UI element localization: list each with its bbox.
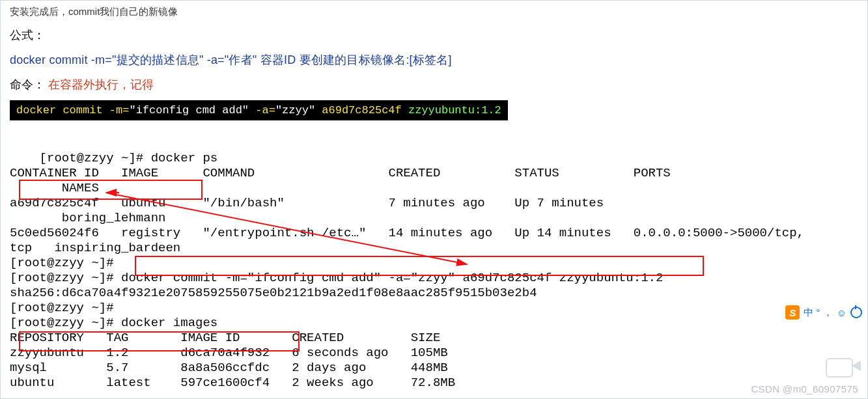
cmd-label: 命令： [10,78,45,91]
formula-line: docker commit -m="提交的描述信息" -a="作者" 容器ID … [10,52,862,68]
ime-status-text: 中 ° ， [804,307,832,319]
ime-toolbar[interactable]: S 中 ° ， ☺ [785,305,862,320]
cmd-line: 命令： 在容器外执行，记得 [10,77,862,92]
page: 安装完成后，commit我们自己的新镜像 公式： docker commit -… [0,0,868,399]
watermark-text: CSDN @m0_60907575 [751,383,858,394]
camcorder-icon [826,354,861,376]
cmd-seg-6: zzyyubuntu:1.2 [408,104,501,117]
cmd-seg-1: docker commit -m= [16,104,129,117]
intro-note: 安装完成后，commit我们自己的新镜像 [10,6,862,18]
cmd-seg-2: "ifconfig cmd add" [129,104,249,117]
formula-label: 公式： [10,27,862,43]
sogou-ime-icon[interactable]: S [785,305,800,320]
cmd-note-red: 在容器外执行，记得 [48,78,154,91]
highlighted-command: docker commit -m="ifconfig cmd add" -a="… [10,100,508,120]
cmd-seg-4: "zzyy" [275,104,315,117]
cmd-seg-3: -a= [249,104,275,117]
terminal-text: [root@zzyy ~]# docker ps CONTAINER ID IM… [10,151,804,390]
mic-icon[interactable] [850,307,862,318]
terminal-output: [root@zzyy ~]# docker ps CONTAINER ID IM… [10,136,862,399]
smiley-icon[interactable]: ☺ [837,307,847,318]
cmd-seg-5: a69d7c825c4f [315,104,408,117]
